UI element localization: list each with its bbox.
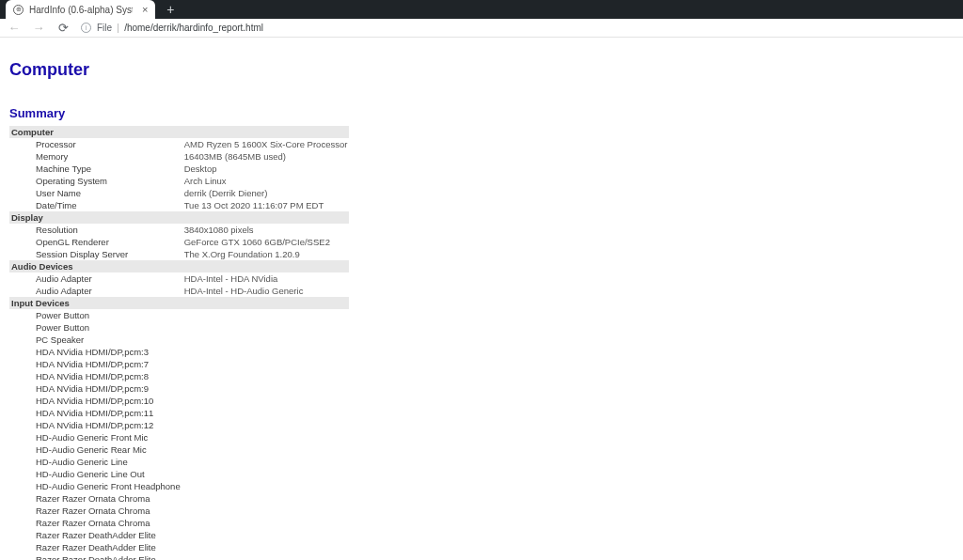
row-value [182, 419, 350, 431]
row-value [182, 480, 350, 492]
row-key: Power Button [9, 321, 182, 334]
group-label: Input Devices [9, 297, 349, 309]
row-value: AMD Ryzen 5 1600X Six-Core Processor [182, 138, 350, 150]
group-header: Display [9, 211, 349, 224]
row-value [182, 456, 350, 468]
page-content: Computer Summary ComputerProcessorAMD Ry… [0, 38, 963, 560]
table-row: HDA NVidia HDMI/DP,pcm:10 [9, 395, 349, 407]
row-key: HD-Audio Generic Front Mic [9, 431, 182, 443]
row-key: HDA NVidia HDMI/DP,pcm:10 [9, 395, 182, 407]
row-value: 3840x1080 pixels [182, 224, 350, 236]
row-key: Date/Time [9, 199, 182, 211]
group-label: Computer [9, 126, 349, 138]
row-key: HDA NVidia HDMI/DP,pcm:7 [9, 358, 182, 370]
browser-chrome: ⊕ HardInfo (0.6-alpha) Syste × + ← → ⟳ i… [0, 0, 963, 38]
row-key: Power Button [9, 309, 182, 321]
group-label: Audio Devices [9, 260, 349, 272]
back-button[interactable]: ← [8, 22, 21, 34]
group-header: Input Devices [9, 297, 349, 309]
table-row: HDA NVidia HDMI/DP,pcm:11 [9, 407, 349, 419]
row-key: Resolution [9, 224, 182, 236]
new-tab-button[interactable]: + [161, 0, 180, 19]
reload-button[interactable]: ⟳ [56, 22, 70, 34]
table-row: Session Display ServerThe X.Org Foundati… [9, 248, 349, 260]
table-row: Razer Razer Ornata Chroma [9, 492, 349, 505]
table-row: User Namederrik (Derrik Diener) [9, 187, 349, 199]
row-value: 16403MB (8645MB used) [182, 150, 350, 163]
row-key: Operating System [9, 175, 182, 187]
row-value [182, 541, 350, 553]
table-row: HDA NVidia HDMI/DP,pcm:8 [9, 370, 349, 382]
table-row: Razer Razer DeathAdder Elite [9, 541, 349, 553]
table-row: Razer Razer Ornata Chroma [9, 505, 349, 517]
row-value [182, 443, 350, 456]
table-row: Memory16403MB (8645MB used) [9, 150, 349, 163]
table-row: Operating SystemArch Linux [9, 175, 349, 187]
table-row: HD-Audio Generic Rear Mic [9, 443, 349, 456]
site-info-icon[interactable]: i [81, 23, 91, 33]
row-value [182, 505, 350, 517]
row-value [182, 553, 350, 560]
row-key: HDA NVidia HDMI/DP,pcm:3 [9, 346, 182, 358]
table-row: Razer Razer DeathAdder Elite [9, 553, 349, 560]
table-row: Power Button [9, 321, 349, 334]
table-row: HDA NVidia HDMI/DP,pcm:7 [9, 358, 349, 370]
row-key: HD-Audio Generic Front Headphone [9, 480, 182, 492]
row-key: Razer Razer DeathAdder Elite [9, 541, 182, 553]
row-key: HDA NVidia HDMI/DP,pcm:12 [9, 419, 182, 431]
row-value: HDA-Intel - HD-Audio Generic [182, 285, 350, 297]
row-key: HDA NVidia HDMI/DP,pcm:9 [9, 382, 182, 395]
table-row: PC Speaker [9, 334, 349, 346]
table-row: Date/TimeTue 13 Oct 2020 11:16:07 PM EDT [9, 199, 349, 211]
table-row: OpenGL RendererGeForce GTX 1060 6GB/PCIe… [9, 236, 349, 248]
table-row: Resolution3840x1080 pixels [9, 224, 349, 236]
table-row: HDA NVidia HDMI/DP,pcm:12 [9, 419, 349, 431]
row-key: Machine Type [9, 163, 182, 175]
row-key: Razer Razer Ornata Chroma [9, 517, 182, 529]
row-value [182, 346, 350, 358]
url-separator [118, 23, 118, 33]
row-key: HD-Audio Generic Line [9, 456, 182, 468]
row-value [182, 395, 350, 407]
row-key: HDA NVidia HDMI/DP,pcm:11 [9, 407, 182, 419]
table-row: Power Button [9, 309, 349, 321]
row-key: User Name [9, 187, 182, 199]
row-value [182, 517, 350, 529]
table-row: Razer Razer Ornata Chroma [9, 517, 349, 529]
browser-tab[interactable]: ⊕ HardInfo (0.6-alpha) Syste × [6, 0, 155, 19]
table-row: HDA NVidia HDMI/DP,pcm:3 [9, 346, 349, 358]
row-value: HDA-Intel - HDA NVidia [182, 272, 350, 285]
row-value [182, 431, 350, 443]
tab-title: HardInfo (0.6-alpha) Syste [29, 5, 133, 15]
row-key: Audio Adapter [9, 285, 182, 297]
row-key: HD-Audio Generic Rear Mic [9, 443, 182, 456]
row-value [182, 358, 350, 370]
table-row: HD-Audio Generic Front Headphone [9, 480, 349, 492]
address-bar: ← → ⟳ i File /home/derrik/hardinfo_repor… [0, 19, 963, 38]
row-value [182, 407, 350, 419]
row-value [182, 321, 350, 334]
table-row: Audio AdapterHDA-Intel - HDA NVidia [9, 272, 349, 285]
row-value [182, 529, 350, 541]
row-key: Razer Razer DeathAdder Elite [9, 529, 182, 541]
row-key: OpenGL Renderer [9, 236, 182, 248]
row-key: Session Display Server [9, 248, 182, 260]
url-field[interactable]: i File /home/derrik/hardinfo_report.html [81, 23, 955, 33]
row-key: PC Speaker [9, 334, 182, 346]
row-value: The X.Org Foundation 1.20.9 [182, 248, 350, 260]
table-row: HD-Audio Generic Line Out [9, 468, 349, 480]
close-icon[interactable]: × [142, 4, 148, 15]
group-label: Display [9, 211, 349, 224]
row-value: Tue 13 Oct 2020 11:16:07 PM EDT [182, 199, 350, 211]
table-row: Razer Razer DeathAdder Elite [9, 529, 349, 541]
row-value: GeForce GTX 1060 6GB/PCIe/SSE2 [182, 236, 350, 248]
group-header: Computer [9, 126, 349, 138]
row-value [182, 468, 350, 480]
forward-button[interactable]: → [32, 22, 45, 34]
row-key: Audio Adapter [9, 272, 182, 285]
row-key: Razer Razer Ornata Chroma [9, 505, 182, 517]
row-value: Arch Linux [182, 175, 350, 187]
row-key: HDA NVidia HDMI/DP,pcm:8 [9, 370, 182, 382]
section-title: Summary [9, 106, 954, 120]
row-key: Processor [9, 138, 182, 150]
